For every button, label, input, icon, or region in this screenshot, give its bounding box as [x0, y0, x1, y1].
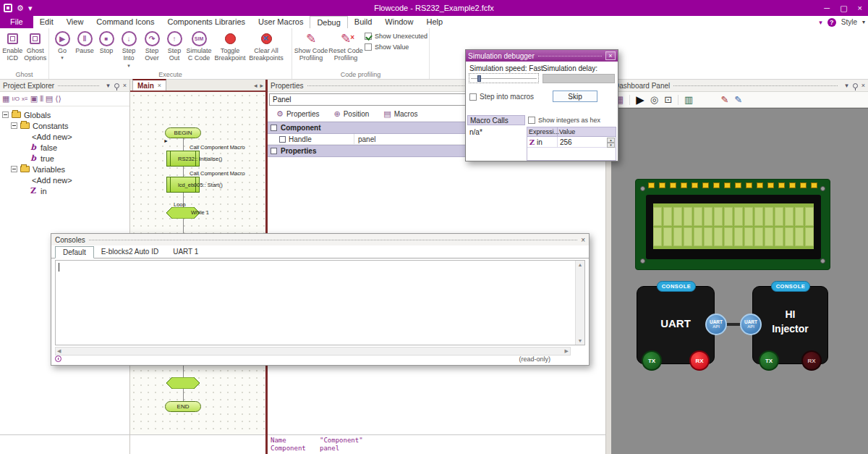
show-value-checkbox[interactable]	[365, 43, 372, 51]
step-over-button[interactable]: ↷ Step Over	[140, 31, 163, 62]
tree-item-globals[interactable]: Globals	[0, 109, 129, 120]
panel-pin-icon[interactable]	[853, 83, 858, 88]
maximize-button[interactable]: ▢	[840, 4, 847, 13]
spinner-down-icon[interactable]: ▾	[607, 143, 615, 148]
tab-position[interactable]: ⊕ Position	[333, 109, 369, 119]
tab-scroll-right-icon[interactable]: ▸	[260, 82, 263, 89]
value-spinner[interactable]: ▴ ▾	[607, 138, 615, 146]
vertical-scrollbar[interactable]: ▲ ▼	[575, 261, 584, 345]
filter-variables-icon[interactable]: x≡	[22, 96, 28, 102]
menu-view[interactable]: View	[60, 16, 90, 28]
slider-handle[interactable]	[477, 75, 481, 82]
scroll-down-icon[interactable]: ▼	[578, 338, 583, 343]
menu-edit[interactable]: Edit	[33, 16, 60, 28]
menu-window[interactable]: Window	[378, 16, 420, 28]
tab-main[interactable]: Main ×	[132, 79, 166, 91]
watch-row-in[interactable]: Z in 256 ▴ ▾	[527, 137, 616, 148]
expander-icon[interactable]	[11, 122, 17, 129]
image-icon[interactable]: ▥	[684, 95, 693, 104]
play-icon[interactable]: ▶	[636, 94, 644, 105]
menu-command-icons[interactable]: Command Icons	[90, 16, 161, 28]
tab-eblocks2-auto-id[interactable]: E-blocks2 Auto ID	[94, 245, 166, 258]
speed-slider[interactable]	[469, 73, 539, 83]
hi-injector-component[interactable]: CONSOLE HI Injector TX RX	[752, 286, 828, 364]
expander-icon[interactable]	[2, 112, 9, 118]
tree-item-add-new-constant[interactable]: <Add new>	[0, 131, 129, 142]
tab-properties[interactable]: ⚙ Properties	[276, 109, 319, 119]
panel-close-icon[interactable]: ×	[123, 82, 127, 89]
close-button[interactable]: ×	[858, 4, 862, 12]
panel-menu-icon[interactable]: ▾	[106, 82, 110, 89]
scroll-left-icon[interactable]: ◀	[57, 348, 61, 354]
quick-access-dropdown-icon[interactable]: ▾	[28, 4, 33, 12]
uart-rx-pin[interactable]: RX	[689, 350, 710, 371]
tab-scroll-left-icon[interactable]: ◂	[254, 82, 258, 89]
step-out-button[interactable]: ↑ Step Out	[163, 31, 185, 62]
consoles-close-icon[interactable]: ×	[581, 236, 585, 244]
uart-component[interactable]: CONSOLE UART TX RX	[637, 286, 715, 364]
panel-close-icon[interactable]: ×	[861, 82, 865, 89]
filter-macro-icon[interactable]: ▤	[46, 95, 53, 103]
enable-icd-button[interactable]: Enable ICD	[1, 31, 24, 62]
menu-components-libraries[interactable]: Components Libraries	[161, 16, 252, 28]
filter-grid-icon[interactable]: ▦	[2, 95, 9, 103]
lcd-display-component[interactable]	[635, 179, 830, 270]
menu-file[interactable]: File	[0, 16, 33, 28]
injector-rx-pin[interactable]: RX	[801, 350, 822, 371]
watch-value[interactable]: 256	[560, 138, 572, 146]
dashboard-canvas[interactable]: CONSOLE UART TX RX UARTAPI UARTAPI CONSO…	[611, 108, 868, 454]
flow-end-shape[interactable]: END	[165, 401, 201, 412]
reset-code-profiling-button[interactable]: ✎× Reset Code Profiling	[328, 31, 363, 62]
go-button[interactable]: ▶ Go ▾	[51, 31, 74, 61]
panel-pin-icon[interactable]	[114, 83, 119, 88]
pencil-icon[interactable]: ✎	[720, 95, 728, 104]
minimize-button[interactable]: ─	[824, 4, 830, 12]
fit-view-icon[interactable]: ⊡	[664, 95, 672, 104]
tab-uart-1[interactable]: UART 1	[166, 245, 205, 258]
expander-icon[interactable]	[11, 166, 17, 172]
scroll-up-icon[interactable]: ▲	[578, 262, 583, 267]
scroll-right-icon[interactable]: ▶	[565, 348, 569, 354]
property-value-handle[interactable]: panel	[354, 135, 375, 143]
flow-begin-shape[interactable]: BEGIN	[165, 127, 201, 138]
filter-braces-icon[interactable]: ⟨⟩	[55, 95, 61, 103]
help-icon[interactable]: ?	[827, 18, 836, 27]
record-icon[interactable]: ◎	[650, 95, 658, 104]
step-into-button[interactable]: ↓ Step Into ▾	[117, 31, 140, 69]
tree-item-add-new-variable[interactable]: <Add new>	[0, 175, 129, 185]
ribbon-collapse-icon[interactable]: ▾	[819, 19, 822, 26]
menu-build[interactable]: Build	[348, 16, 378, 28]
tab-macros[interactable]: ▤ Macros	[383, 109, 417, 119]
debugger-close-button[interactable]: ×	[605, 51, 616, 60]
consoles-titlebar[interactable]: Consoles ×	[51, 234, 589, 245]
injector-console-badge[interactable]: CONSOLE	[771, 281, 810, 292]
column-expression[interactable]: Expressi...	[527, 127, 558, 136]
stop-button[interactable]: ■ Stop	[95, 31, 117, 54]
tab-close-icon[interactable]: ×	[158, 82, 161, 89]
tree-item-in[interactable]: Z in	[0, 185, 129, 196]
flow-loop-end-shape[interactable]	[166, 377, 200, 390]
pencil-blue-icon[interactable]: ✎	[734, 95, 742, 104]
skip-button[interactable]: Skip	[553, 91, 597, 102]
column-value[interactable]: Value	[558, 127, 616, 136]
spinner-up-icon[interactable]: ▴	[607, 138, 615, 143]
simulate-c-code-button[interactable]: SIM Simulate C Code	[185, 31, 213, 62]
tree-item-true[interactable]: b true	[0, 153, 129, 164]
quick-save-icon[interactable]: ⚙	[17, 4, 24, 12]
delay-input[interactable]	[542, 74, 615, 83]
show-unexecuted-checkbox[interactable]	[365, 33, 372, 40]
panel-menu-icon[interactable]: ▾	[845, 82, 848, 89]
tree-item-constants[interactable]: Constants	[0, 120, 129, 131]
menu-user-macros[interactable]: User Macros	[252, 16, 310, 28]
tree-item-false[interactable]: b false	[0, 142, 129, 153]
pause-button[interactable]: ‖ Pause	[74, 31, 95, 54]
uart-tx-pin[interactable]: TX	[642, 350, 662, 371]
toggle-breakpoint-button[interactable]: Toggle Breakpoint	[213, 31, 247, 62]
injector-tx-pin[interactable]: TX	[759, 350, 779, 371]
hex-checkbox[interactable]	[528, 117, 535, 124]
tree-item-variables[interactable]: Variables	[0, 164, 129, 175]
menu-help[interactable]: Help	[420, 16, 449, 28]
uart-console-badge[interactable]: CONSOLE	[657, 281, 696, 292]
clear-all-breakpoints-button[interactable]: × Clear All Breakpoints	[247, 31, 285, 62]
filter-io-icon[interactable]: I/O	[12, 96, 20, 102]
